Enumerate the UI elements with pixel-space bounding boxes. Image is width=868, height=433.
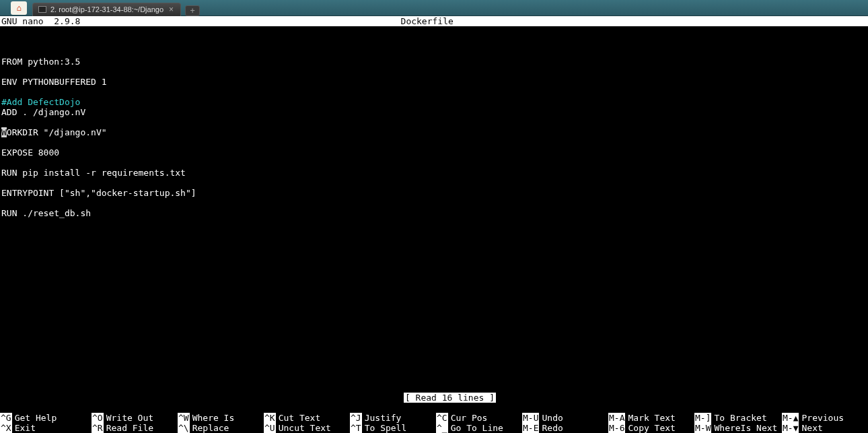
editor-line <box>1 158 867 168</box>
shortcut-cell: ^_Go To Line <box>436 423 522 433</box>
shortcut-cell: ^GGet Help <box>0 413 92 423</box>
shortcut-label: Cut Text <box>276 413 321 423</box>
shortcut-label: Uncut Text <box>276 423 331 433</box>
editor-content[interactable]: FROM python:3.5 ENV PYTHONBUFFERED 1 #Ad… <box>0 26 868 218</box>
editor-line: #Add DefectDojo <box>1 97 867 107</box>
editor-line <box>1 198 867 208</box>
shortcut-label: To Spell <box>362 423 407 433</box>
shortcut-cell: ^UUncut Text <box>264 423 350 433</box>
home-button[interactable]: ⌂ <box>11 1 27 15</box>
shortcut-key: ^O <box>92 413 104 423</box>
shortcut-label: Cur Pos <box>448 413 488 423</box>
tab-close-button[interactable]: × <box>168 5 175 14</box>
shortcut-label: WhereIs Next <box>711 423 777 433</box>
shortcut-key: ^J <box>350 413 362 423</box>
editor-line: EXPOSE 8000 <box>1 147 867 158</box>
shortcut-key: M-W <box>694 423 711 433</box>
shortcut-label: Undo <box>539 413 563 423</box>
nano-shortcut-help: ^GGet Help^OWrite Out^WWhere Is^KCut Tex… <box>0 413 868 433</box>
shortcut-key: M-A <box>608 413 625 423</box>
plus-icon: + <box>190 6 194 15</box>
shortcut-label: To Bracket <box>711 413 766 423</box>
shortcut-cell: ^WWhere Is <box>178 413 264 423</box>
shortcut-key: ^R <box>92 423 104 433</box>
shortcut-cell: M-AMark Text <box>608 413 694 423</box>
titlebar: ⌂ 2. root@ip-172-31-34-88:~/Django × + <box>0 0 868 16</box>
editor-line <box>1 67 867 77</box>
shortcut-key: M-▼ <box>782 423 799 433</box>
shortcut-cell: ^XExit <box>0 423 92 433</box>
shortcut-cell: ^KCut Text <box>264 413 350 423</box>
shortcut-cell: M-UUndo <box>522 413 608 423</box>
shortcut-label: Mark Text <box>625 413 675 423</box>
shortcut-cell: M-]To Bracket <box>694 413 782 423</box>
tab-terminal[interactable]: 2. root@ip-172-31-34-88:~/Django × <box>32 3 181 16</box>
shortcut-key: M-E <box>522 423 539 433</box>
shortcut-label: Write Out <box>104 413 153 423</box>
shortcut-cell: ^CCur Pos <box>436 413 522 423</box>
shortcut-cell: M-WWhereIs Next <box>694 423 782 433</box>
shortcut-label: Justify <box>362 413 402 423</box>
shortcut-label: Read File <box>104 423 153 433</box>
shortcut-key: ^T <box>350 423 362 433</box>
shortcut-cell: ^\Replace <box>178 423 264 433</box>
shortcut-label: Go To Line <box>448 423 503 433</box>
shortcut-label: Where Is <box>190 413 235 423</box>
shortcut-key: M-▲ <box>782 413 799 423</box>
shortcut-key: ^X <box>0 423 12 433</box>
shortcut-label: Replace <box>190 423 229 433</box>
editor-line <box>1 178 867 188</box>
nano-titlebar: GNU nano 2.9.8 Dockerfile <box>0 16 868 26</box>
shortcut-key: ^_ <box>436 423 448 433</box>
shortcut-label: Exit <box>12 423 36 433</box>
shortcut-label: Next <box>799 423 822 433</box>
shortcut-row-1: ^GGet Help^OWrite Out^WWhere Is^KCut Tex… <box>0 413 868 423</box>
shortcut-key: ^W <box>178 413 190 423</box>
shortcut-key: M-U <box>522 413 539 423</box>
shortcut-label: Previous <box>799 413 844 423</box>
tab-title: 2. root@ip-172-31-34-88:~/Django <box>50 5 164 13</box>
shortcut-cell: ^JJustify <box>350 413 436 423</box>
tab-strip: 2. root@ip-172-31-34-88:~/Django × + <box>30 0 200 16</box>
shortcut-cell: ^RRead File <box>92 423 178 433</box>
nano-status-message: [ Read 16 lines ] <box>404 393 496 403</box>
editor-line: FROM python:3.5 <box>1 57 867 67</box>
editor-line: RUN ./reset_db.sh <box>1 208 867 218</box>
shortcut-cell: ^OWrite Out <box>92 413 178 423</box>
nano-filename: Dockerfile <box>80 16 868 26</box>
shortcut-row-2: ^XExit^RRead File^\Replace^UUncut Text^T… <box>0 423 868 433</box>
editor-line <box>1 137 867 147</box>
shortcut-key: ^G <box>0 413 12 423</box>
shortcut-key: ^U <box>264 423 276 433</box>
editor-line <box>1 117 867 127</box>
terminal-area[interactable]: GNU nano 2.9.8 Dockerfile FROM python:3.… <box>0 16 868 433</box>
editor-line <box>1 87 867 97</box>
nano-statusline: [ Read 16 lines ] <box>0 382 868 413</box>
editor-line: RUN pip install -r requirements.txt <box>1 168 867 178</box>
shortcut-key: ^\ <box>178 423 190 433</box>
shortcut-label: Copy Text <box>625 423 675 433</box>
shortcut-cell: M-▲Previous <box>782 413 868 423</box>
shortcut-cell: M-6Copy Text <box>608 423 694 433</box>
shortcut-key: ^C <box>436 413 448 423</box>
new-tab-button[interactable]: + <box>185 5 200 16</box>
shortcut-label: Redo <box>539 423 563 433</box>
shortcut-key: M-] <box>694 413 711 423</box>
shortcut-key: M-6 <box>608 423 625 433</box>
home-icon: ⌂ <box>16 3 21 13</box>
shortcut-label: Get Help <box>12 413 57 423</box>
cursor: W <box>1 127 7 137</box>
editor-line: ADD . /django.nV <box>1 107 867 117</box>
terminal-icon <box>38 6 46 13</box>
shortcut-cell: ^TTo Spell <box>350 423 436 433</box>
shortcut-key: ^K <box>264 413 276 423</box>
editor-line: WORKDIR "/django.nV" <box>1 127 867 137</box>
shortcut-cell: M-▼Next <box>782 423 868 433</box>
nano-version: 2.9.8 <box>54 16 80 26</box>
shortcut-cell: M-ERedo <box>522 423 608 433</box>
editor-line: ENTRYPOINT ["sh","docker-startup.sh"] <box>1 188 867 198</box>
editor-line: ENV PYTHONBUFFERED 1 <box>1 77 867 87</box>
nano-app-name: GNU nano <box>1 16 44 26</box>
